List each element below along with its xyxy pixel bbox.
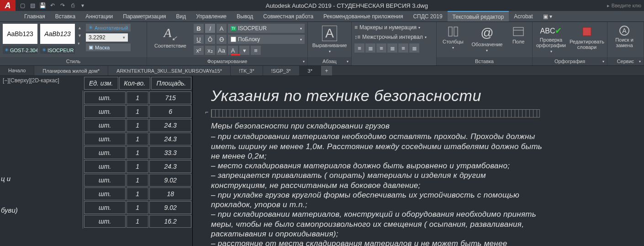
- ribbon-tab[interactable]: Текстовый редактор: [448, 11, 509, 21]
- table-header: Кол-во.: [119, 77, 150, 90]
- text-ruler[interactable]: [211, 109, 540, 118]
- table-row[interactable]: шт.1715: [84, 91, 191, 104]
- tab-start[interactable]: Начало: [0, 66, 34, 75]
- table-row[interactable]: шт.118: [84, 187, 191, 200]
- side-text-1: ц и: [0, 175, 83, 182]
- find-replace-button[interactable]: A Поиск и замена: [610, 24, 639, 48]
- subscript-button[interactable]: x₂: [205, 46, 215, 55]
- ribbon-tab[interactable]: Вставка: [50, 11, 81, 21]
- table-row[interactable]: шт.124.3: [84, 133, 191, 145]
- table-cell: 16.2: [149, 215, 191, 228]
- symbol-button[interactable]: @ Обозначение▾: [470, 24, 505, 53]
- align-dist-icon[interactable]: ≡: [398, 43, 408, 53]
- doc-body[interactable]: Меры безопасности при складировании груз…: [211, 121, 544, 246]
- ruler-icon[interactable]: ≡: [251, 46, 261, 55]
- mask-button[interactable]: ▣Маска: [86, 43, 131, 51]
- table-row[interactable]: шт.124.3: [84, 160, 191, 173]
- alignment-button[interactable]: A Выравнивание ▾: [314, 24, 346, 53]
- match-properties-button[interactable]: A↙ Соответствие: [150, 24, 191, 48]
- layer-color-dropdown[interactable]: ПоБлоку▾: [228, 35, 305, 44]
- align-right-icon[interactable]: ≡: [376, 43, 386, 53]
- align-justify-icon[interactable]: ≣: [387, 43, 397, 53]
- text-style-name-1[interactable]: ✳GOST-2.304_...: [3, 46, 37, 54]
- table-cell: шт.: [84, 201, 126, 214]
- print-icon[interactable]: ⎙: [69, 1, 77, 10]
- annotative-toggle[interactable]: ✳Аннотативный: [86, 24, 131, 32]
- save-icon[interactable]: 💾: [38, 1, 47, 10]
- open-icon[interactable]: ▤: [28, 1, 37, 10]
- overline-button[interactable]: Ō: [205, 35, 215, 44]
- table-row[interactable]: шт.19.02: [84, 174, 191, 187]
- document-tab[interactable]: !TK_3*: [231, 66, 263, 75]
- ribbon-tab[interactable]: Параметризация: [118, 11, 171, 21]
- redo-icon[interactable]: ↷: [58, 1, 67, 10]
- ribbon-tab[interactable]: Аннотации: [80, 11, 118, 21]
- italic-button[interactable]: I: [205, 24, 215, 33]
- help-search[interactable]: ▸ Введите клю: [607, 3, 644, 9]
- table-row[interactable]: шт.19.02: [84, 201, 191, 214]
- ribbon-tab[interactable]: Главная: [19, 11, 50, 21]
- line-spacing-button[interactable]: ↕≡Межстрочный интервал▾: [354, 33, 433, 41]
- undo-icon[interactable]: ↶: [48, 1, 57, 10]
- style-scroll-up-icon[interactable]: ▲: [78, 26, 83, 30]
- bullets-numbering-button[interactable]: ≡Маркеры и нумерация▾: [354, 24, 433, 31]
- text-style-preview-2[interactable]: AaBb123: [40, 24, 75, 44]
- table-cell: 33.3: [149, 146, 191, 159]
- qat-dropdown-icon[interactable]: ▾: [79, 1, 87, 10]
- clear-format-button[interactable]: A: [228, 46, 238, 55]
- ribbon-tab[interactable]: Управление: [191, 11, 232, 21]
- document-tab[interactable]: Планировка жилой дом*: [34, 66, 108, 75]
- font-button[interactable]: A: [216, 24, 227, 33]
- ribbon-tab[interactable]: Вид: [171, 11, 191, 21]
- align-left-icon[interactable]: ≡: [354, 43, 364, 53]
- chevron-right-icon: ▸: [607, 3, 610, 9]
- justify-buttons[interactable]: ≡ ≣ ≡ ≣ ≡ ≣: [354, 43, 433, 53]
- strikethrough-button[interactable]: Ꝋ: [216, 35, 227, 44]
- style-gallery-expand-icon[interactable]: ▾: [78, 41, 83, 46]
- table-row[interactable]: шт.133.3: [84, 146, 191, 159]
- align-center-icon[interactable]: ≣: [365, 43, 375, 53]
- text-style-preview-1[interactable]: AaBb123: [3, 24, 37, 44]
- underline-button[interactable]: U: [194, 35, 204, 44]
- at-icon: @: [480, 26, 493, 40]
- viewport-label[interactable]: [−][Сверху][2D-каркас]: [0, 76, 83, 91]
- table-row[interactable]: шт.124.3: [84, 119, 191, 132]
- doc-line: – место складирования материалов должно …: [211, 161, 544, 171]
- edit-dictionaries-button[interactable]: Редактировать словари: [570, 24, 604, 50]
- panel-style: AaBb123 ✳GOST-2.304_... AaBb123 ✳ISOCPEU…: [0, 22, 147, 65]
- superscript-button[interactable]: x²: [194, 46, 204, 55]
- text-editor-viewport[interactable]: Указания по технике безопасности Меры бе…: [193, 76, 644, 246]
- columns-button[interactable]: Столбцы▾: [439, 24, 467, 50]
- more-format-icon[interactable]: ▾: [239, 46, 249, 55]
- doc-heading[interactable]: Указания по технике безопасности: [211, 87, 644, 105]
- document-tab[interactable]: !SGP_3*: [263, 66, 300, 75]
- ribbon-tab[interactable]: Совместная работа: [258, 11, 318, 21]
- ribbon-tab[interactable]: Acrobat: [509, 11, 538, 21]
- document-tab[interactable]: ARKhITEKTURA_3KU...SEM_KURSOVAYa15*: [108, 66, 231, 75]
- table-row[interactable]: шт.116.2: [84, 215, 191, 228]
- text-height-input[interactable]: 3.2292▾: [86, 33, 128, 42]
- spellcheck-button[interactable]: ABC✔ Проверка орфографии▾: [535, 24, 567, 53]
- document-tab[interactable]: 3*: [300, 66, 321, 75]
- new-tab-button[interactable]: +: [321, 66, 332, 75]
- annot-star-icon: ✳: [5, 47, 9, 53]
- left-viewport[interactable]: [−][Сверху][2D-каркас] Ед. изм.Кол-во.Пл…: [0, 76, 193, 246]
- field-button[interactable]: Поле: [507, 24, 529, 44]
- app-logo[interactable]: A: [0, 0, 16, 11]
- text-style-name-2[interactable]: ✳ISOCPEUR: [40, 46, 75, 54]
- new-icon[interactable]: ▢: [18, 1, 26, 10]
- ribbon-tab[interactable]: Рекомендованные приложения: [318, 11, 408, 21]
- ribbon-tab[interactable]: СПДС 2019: [408, 11, 447, 21]
- table-cell: 1: [127, 119, 148, 132]
- spec-table-body[interactable]: шт.1715шт.16шт.124.3шт.124.3шт.133.3шт.1…: [83, 91, 192, 229]
- align-more-icon[interactable]: ≣: [409, 43, 419, 53]
- bold-button[interactable]: B: [194, 24, 204, 33]
- ribbon-tab[interactable]: Вывод: [232, 11, 258, 21]
- panel-title-service: Сервис▾: [607, 57, 644, 65]
- font-dropdown[interactable]: TrISOCPEUR▾: [228, 24, 305, 33]
- case-button[interactable]: Aa: [216, 46, 227, 55]
- spec-table[interactable]: Ед. изм.Кол-во.Площадь.: [83, 76, 192, 91]
- style-scroll-down-icon[interactable]: ▼: [78, 33, 83, 38]
- table-row[interactable]: шт.16: [84, 105, 191, 118]
- ribbon-tab-add[interactable]: ▣ ▾: [538, 11, 557, 21]
